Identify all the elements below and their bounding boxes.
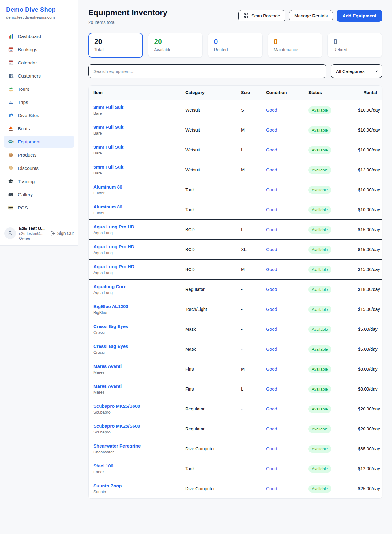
item-name-link[interactable]: Scubapro MK25/S600 xyxy=(93,423,175,429)
item-name-link[interactable]: Suunto Zoop xyxy=(93,483,175,488)
sidebar-item-training[interactable]: Training xyxy=(4,175,74,187)
stat-card-total[interactable]: 20 Total xyxy=(88,33,143,58)
condition-link[interactable]: Good xyxy=(266,406,277,411)
condition-link[interactable]: Good xyxy=(266,128,277,132)
category-cell: Regulator xyxy=(180,399,236,419)
stat-card-rented[interactable]: 0 Rented xyxy=(208,33,262,58)
brand-name[interactable]: Demo Dive Shop xyxy=(6,6,72,13)
size-cell: S xyxy=(236,100,261,120)
size-cell: L xyxy=(236,379,261,399)
sidebar-item-equipment[interactable]: Equipment xyxy=(4,136,74,148)
stat-card-available[interactable]: 20 Available xyxy=(148,33,203,58)
item-name-link[interactable]: Scubapro MK25/S600 xyxy=(93,403,175,409)
page-header: Equipment Inventory 20 items total Scan … xyxy=(88,8,382,25)
item-name-link[interactable]: 5mm Full Suit xyxy=(93,164,175,170)
item-name-link[interactable]: Cressi Big Eyes xyxy=(93,324,175,329)
item-name-link[interactable]: Cressi Big Eyes xyxy=(93,344,175,349)
stat-value-maintenance: 0 xyxy=(274,38,316,46)
sidebar-item-tours[interactable]: Tours xyxy=(4,83,74,95)
sidebar-item-discounts[interactable]: Discounts xyxy=(4,162,74,174)
item-name-link[interactable]: Aqua Lung Pro HD xyxy=(93,264,175,269)
credit-card-icon xyxy=(8,205,14,211)
category-cell: Tank xyxy=(180,180,236,200)
sidebar-item-gallery[interactable]: Gallery xyxy=(4,189,74,200)
item-name-link[interactable]: Mares Avanti xyxy=(93,364,175,369)
item-brand: Aqua Lung xyxy=(93,290,175,295)
category-cell: Wetsuit xyxy=(180,160,236,180)
condition-link[interactable]: Good xyxy=(266,486,277,491)
status-cell: Available xyxy=(303,479,353,499)
table-row: Aqua Lung Pro HD Aqua Lung BCD L Good Av… xyxy=(89,220,382,240)
condition-link[interactable]: Good xyxy=(266,367,277,372)
item-brand: Luxfer xyxy=(93,211,175,215)
stat-label-retired: Retired xyxy=(334,47,376,52)
item-brand: Aqua Lung xyxy=(93,231,175,235)
stat-card-maintenance[interactable]: 0 Maintenance xyxy=(268,33,322,58)
status-badge: Available xyxy=(308,226,331,234)
condition-link[interactable]: Good xyxy=(266,247,277,252)
condition-link[interactable]: Good xyxy=(266,307,277,312)
user-name: E2E Test U... xyxy=(19,226,45,231)
item-name-link[interactable]: BigBlue AL1200 xyxy=(93,304,175,309)
size-cell: - xyxy=(236,200,261,220)
item-name-link[interactable]: 3mm Full Suit xyxy=(93,105,175,110)
sidebar-item-dashboard[interactable]: Dashboard xyxy=(4,30,74,42)
condition-link[interactable]: Good xyxy=(266,426,277,431)
condition-link[interactable]: Good xyxy=(266,147,277,152)
item-name-link[interactable]: Steel 100 xyxy=(93,463,175,468)
condition-link[interactable]: Good xyxy=(266,446,277,451)
category-cell: Fins xyxy=(180,379,236,399)
rental-cell: $35.00/day xyxy=(353,439,382,459)
sidebar-item-bookings[interactable]: 17 Bookings xyxy=(4,44,74,55)
condition-link[interactable]: Good xyxy=(266,387,277,391)
condition-cell: Good xyxy=(261,339,303,359)
sign-out-button[interactable]: Sign Out xyxy=(50,231,74,236)
size-cell: - xyxy=(236,299,261,319)
search-input[interactable] xyxy=(88,64,326,78)
condition-link[interactable]: Good xyxy=(266,187,277,192)
manage-rentals-button[interactable]: Manage Rentals xyxy=(289,10,333,21)
condition-link[interactable]: Good xyxy=(266,108,277,113)
sidebar-item-dive-sites[interactable]: Dive Sites xyxy=(4,109,74,121)
column-header-condition: Condition xyxy=(261,86,303,100)
scan-barcode-button[interactable]: Scan Barcode xyxy=(238,10,285,21)
item-name-link[interactable]: Aluminum 80 xyxy=(93,204,175,209)
condition-link[interactable]: Good xyxy=(266,287,277,292)
category-cell: Tank xyxy=(180,459,236,479)
condition-link[interactable]: Good xyxy=(266,347,277,352)
sidebar-item-boats[interactable]: Boats xyxy=(4,123,74,135)
sidebar-item-calendar[interactable]: Calendar xyxy=(4,57,74,69)
sidebar-item-products[interactable]: Products xyxy=(4,149,74,161)
item-name-link[interactable]: 3mm Full Suit xyxy=(93,124,175,130)
item-cell: Aqua Lung Pro HD Aqua Lung xyxy=(89,260,180,280)
sidebar-item-pos[interactable]: POS xyxy=(4,202,74,214)
item-brand: Aqua Lung xyxy=(93,270,175,275)
condition-cell: Good xyxy=(261,379,303,399)
sidebar: Demo Dive Shop demo.test.divestreams.com… xyxy=(0,0,78,246)
sidebar-item-trips[interactable]: Trips xyxy=(4,96,74,108)
size-cell: L xyxy=(236,140,261,160)
category-select[interactable]: All Categories xyxy=(331,64,382,78)
rental-cell: $10.00/day xyxy=(353,200,382,220)
item-name-link[interactable]: Aqualung Core xyxy=(93,284,175,289)
stat-card-retired[interactable]: 0 Retired xyxy=(327,33,382,58)
item-name-link[interactable]: 3mm Full Suit xyxy=(93,144,175,150)
condition-link[interactable]: Good xyxy=(266,327,277,332)
add-equipment-button[interactable]: Add Equipment xyxy=(337,10,382,22)
condition-link[interactable]: Good xyxy=(266,167,277,172)
size-cell: - xyxy=(236,419,261,439)
condition-link[interactable]: Good xyxy=(266,227,277,232)
item-name-link[interactable]: Shearwater Peregrine xyxy=(93,443,175,448)
item-name-link[interactable]: Aqua Lung Pro HD xyxy=(93,224,175,229)
condition-link[interactable]: Good xyxy=(266,466,277,471)
status-badge: Available xyxy=(308,126,331,134)
status-badge: Available xyxy=(308,166,331,174)
item-name-link[interactable]: Aqua Lung Pro HD xyxy=(93,244,175,249)
size-cell: L xyxy=(236,220,261,240)
status-cell: Available xyxy=(303,240,353,260)
condition-link[interactable]: Good xyxy=(266,267,277,272)
sidebar-item-customers[interactable]: Customers xyxy=(4,70,74,82)
item-name-link[interactable]: Aluminum 80 xyxy=(93,184,175,189)
item-name-link[interactable]: Mares Avanti xyxy=(93,383,175,389)
condition-link[interactable]: Good xyxy=(266,207,277,212)
